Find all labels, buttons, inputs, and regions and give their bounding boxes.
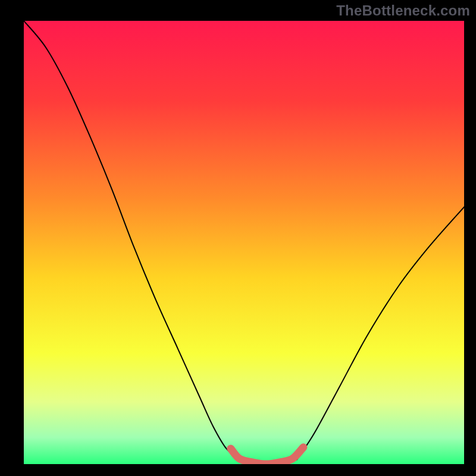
plot-area [24,21,464,464]
chart-frame: TheBottleneck.com [0,0,476,476]
gradient-background [24,21,464,464]
plot-svg [24,21,464,464]
watermark-label: TheBottleneck.com [336,2,470,19]
